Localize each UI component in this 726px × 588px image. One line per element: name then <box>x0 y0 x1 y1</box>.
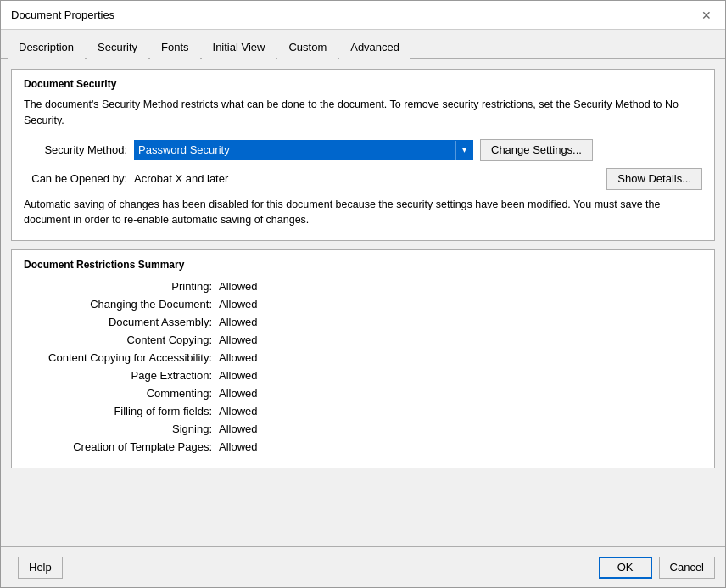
restriction-row: Document Assembly: Allowed <box>24 313 702 331</box>
security-method-select-container: Password Security No Security Certificat… <box>134 140 473 160</box>
tab-advanced[interactable]: Advanced <box>339 36 410 59</box>
restrictions-label: Document Restrictions Summary <box>24 259 702 271</box>
restriction-row: Printing: Allowed <box>24 277 702 295</box>
document-security-label: Document Security <box>24 78 702 90</box>
security-description: The document's Security Method restricts… <box>24 97 702 129</box>
security-method-label: Security Method: <box>24 143 134 156</box>
warning-text: Automatic saving of changes has been dis… <box>24 197 702 229</box>
restriction-row: Signing: Allowed <box>24 420 702 438</box>
restriction-row: Content Copying for Accessibility: Allow… <box>24 349 702 367</box>
bottom-bar: Help OK Cancel <box>1 546 725 587</box>
security-method-row: Security Method: Password Security No Se… <box>24 139 702 161</box>
restriction-row: Filling of form fields: Allowed <box>24 402 702 420</box>
tab-fonts[interactable]: Fonts <box>150 36 200 59</box>
restriction-row: Commenting: Allowed <box>24 384 702 402</box>
tab-description[interactable]: Description <box>8 36 85 59</box>
restriction-row: Creation of Template Pages: Allowed <box>24 438 702 456</box>
document-security-section: Document Security The document's Securit… <box>11 69 715 241</box>
restriction-row: Changing the Document: Allowed <box>24 295 702 313</box>
dialog-title: Document Properties <box>11 8 114 21</box>
dropdown-arrow-icon: ▾ <box>455 141 472 160</box>
tab-security[interactable]: Security <box>87 36 148 59</box>
title-bar: Document Properties ✕ <box>1 1 725 30</box>
help-button[interactable]: Help <box>18 557 63 579</box>
cancel-button[interactable]: Cancel <box>659 557 715 579</box>
tab-bar: Description Security Fonts Initial View … <box>1 30 725 59</box>
document-restrictions-section: Document Restrictions Summary Printing: … <box>11 249 715 468</box>
close-button[interactable]: ✕ <box>698 7 715 24</box>
security-method-select[interactable]: Password Security No Security Certificat… <box>135 141 455 160</box>
show-details-button[interactable]: Show Details... <box>606 168 702 190</box>
dialog: Document Properties ✕ Description Securi… <box>0 0 726 588</box>
tab-custom[interactable]: Custom <box>277 36 338 59</box>
tab-initial-view[interactable]: Initial View <box>202 36 276 59</box>
main-content: Document Security The document's Securit… <box>1 59 725 546</box>
change-settings-button[interactable]: Change Settings... <box>480 139 593 161</box>
restriction-row: Content Copying: Allowed <box>24 331 702 349</box>
ok-button[interactable]: OK <box>599 557 652 579</box>
restriction-row: Page Extraction: Allowed <box>24 367 702 384</box>
can-be-opened-row: Can be Opened by: Acrobat X and later Sh… <box>24 168 702 190</box>
can-be-opened-value: Acrobat X and later <box>134 172 228 185</box>
can-be-opened-label: Can be Opened by: <box>24 172 134 185</box>
